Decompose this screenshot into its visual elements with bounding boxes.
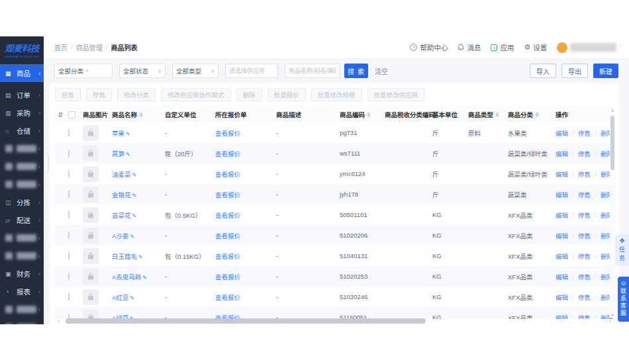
edit-action[interactable]: 编辑 — [556, 149, 568, 158]
column-header[interactable]: 商品描述 — [276, 110, 340, 119]
product-name-link[interactable]: A沙姜 — [112, 232, 128, 240]
contact-service-fab[interactable]: ⊙ 联系客服 — [618, 277, 629, 322]
import-button[interactable]: 导入 — [530, 64, 556, 78]
edit-pencil-icon[interactable]: ✎ — [126, 152, 130, 158]
vertical-scroll-thumb[interactable] — [610, 116, 614, 170]
view-quote-link[interactable]: 查看报价 — [215, 253, 240, 260]
apps-button[interactable]: + 应用 — [491, 42, 514, 52]
product-name-link[interactable]: 韭菜花 — [112, 212, 131, 219]
batch-action-button[interactable]: 修改分类 — [117, 88, 156, 101]
view-quote-link[interactable]: 查看报价 — [215, 150, 240, 158]
column-header[interactable]: 商品类型 — [468, 110, 508, 119]
scroll-down-icon[interactable]: ∨ — [610, 312, 615, 317]
sort-icon[interactable] — [139, 111, 143, 119]
horizontal-scroll-track[interactable] — [62, 318, 607, 324]
row-checkbox[interactable] — [68, 191, 70, 198]
type-select[interactable]: 全部类型 ∨ — [172, 64, 218, 78]
sort-icon[interactable] — [367, 111, 371, 119]
batch-action-button[interactable]: 修改供应商协作模式 — [161, 88, 231, 101]
task-fab[interactable]: ❖ 任务 — [615, 234, 629, 265]
sort-icon[interactable] — [535, 111, 539, 119]
search-button[interactable]: 搜 索 — [344, 64, 368, 78]
stop-sale-action[interactable]: 停售 — [578, 190, 591, 199]
product-name-link[interactable]: 莴笋 — [112, 150, 124, 158]
edit-pencil-icon[interactable]: ✎ — [132, 193, 137, 199]
edit-pencil-icon[interactable]: ✎ — [138, 254, 143, 260]
product-name-link[interactable]: A红豆 — [112, 294, 128, 301]
settings-button[interactable]: ⚙ 设置 — [524, 42, 547, 52]
sidebar-item[interactable]: ◔ 报表 › — [0, 283, 44, 300]
row-checkbox[interactable] — [68, 129, 70, 136]
sidebar-item[interactable]: ▤ 订单 › — [0, 86, 44, 104]
column-header[interactable]: 自定义单位 — [165, 110, 215, 119]
stop-sale-action[interactable]: 停售 — [578, 149, 591, 158]
row-checkbox[interactable] — [68, 293, 70, 300]
clear-button[interactable]: 清空 — [375, 66, 388, 76]
create-button[interactable]: 新建 — [593, 64, 618, 78]
column-header[interactable]: 商品图片 — [83, 110, 112, 119]
row-checkbox[interactable] — [68, 211, 70, 218]
view-quote-link[interactable]: 查看报价 — [215, 212, 240, 219]
status-select[interactable]: 全部状态 ∨ — [119, 64, 166, 78]
row-checkbox[interactable] — [68, 232, 70, 239]
sidebar-item[interactable]: › — [0, 300, 44, 318]
column-header[interactable]: 商品名称 — [112, 110, 165, 119]
edit-action[interactable]: 编辑 — [556, 128, 568, 138]
edit-action[interactable]: 编辑 — [556, 272, 568, 281]
edit-action[interactable]: 编辑 — [556, 293, 568, 302]
stop-sale-action[interactable]: 停售 — [578, 293, 591, 302]
sidebar-item[interactable]: › — [0, 175, 44, 193]
product-name-link[interactable]: 金银花 — [112, 191, 131, 199]
stop-sale-action[interactable]: 停售 — [578, 169, 591, 179]
scroll-right-icon[interactable]: › — [609, 318, 611, 324]
supplier-input[interactable] — [225, 64, 278, 78]
product-name-link[interactable]: 苹果 — [112, 130, 124, 137]
stop-sale-action[interactable]: 停售 — [578, 251, 591, 261]
search-input[interactable] — [285, 64, 340, 78]
row-checkbox[interactable] — [68, 170, 70, 177]
sidebar-item[interactable]: ▱ 配送 › — [0, 211, 44, 229]
row-checkbox[interactable] — [68, 150, 70, 157]
sidebar-item[interactable]: ⌂ 仓储 › — [0, 122, 44, 140]
expand-all-icon[interactable]: ⇵ — [55, 111, 68, 118]
column-header[interactable]: 商品分类 — [508, 110, 556, 119]
view-quote-link[interactable]: 查看报价 — [215, 130, 240, 137]
edit-pencil-icon[interactable]: ✎ — [126, 131, 130, 137]
column-header[interactable]: 基本单位 — [432, 110, 468, 119]
breadcrumb-home[interactable]: 首页 — [54, 42, 68, 52]
sidebar-item[interactable]: ▦ 商品 › — [0, 64, 44, 82]
select-all-checkbox[interactable] — [68, 111, 75, 118]
view-quote-link[interactable]: 查看报价 — [215, 171, 240, 178]
batch-action-button[interactable]: 停售 — [86, 88, 112, 101]
edit-action[interactable]: 编辑 — [556, 210, 568, 220]
edit-action[interactable]: 编辑 — [556, 231, 568, 240]
export-button[interactable]: 导出 — [561, 64, 588, 78]
edit-pencil-icon[interactable]: ✎ — [132, 213, 137, 219]
stop-sale-action[interactable]: 停售 — [578, 210, 591, 220]
stop-sale-action[interactable]: 停售 — [578, 231, 591, 240]
column-header[interactable]: 所在报价单 — [215, 110, 276, 119]
view-quote-link[interactable]: 查看报价 — [215, 273, 240, 281]
edit-action[interactable]: 编辑 — [556, 169, 568, 179]
edit-pencil-icon[interactable]: ✎ — [132, 172, 137, 178]
column-header[interactable]: 操作 — [556, 110, 614, 119]
edit-action[interactable]: 编辑 — [556, 190, 568, 199]
row-checkbox[interactable] — [68, 252, 70, 259]
view-quote-link[interactable]: 查看报价 — [215, 191, 240, 199]
user-menu[interactable]: ˇ — [557, 42, 621, 53]
view-quote-link[interactable]: 查看报价 — [215, 232, 240, 240]
view-quote-link[interactable]: 查看报价 — [215, 294, 240, 301]
batch-action-button[interactable]: 启售 — [55, 88, 81, 101]
scroll-left-icon[interactable]: ‹ — [58, 318, 60, 324]
sidebar-item[interactable]: › — [0, 318, 44, 324]
batch-action-button[interactable]: 批量修改规格 — [311, 88, 362, 101]
sidebar-collapse-handle[interactable] — [44, 154, 48, 173]
batch-action-button[interactable]: 删除 — [236, 88, 262, 101]
column-header[interactable]: 商品税收分类编码 — [385, 110, 432, 119]
sort-icon[interactable] — [495, 111, 499, 119]
edit-pencil-icon[interactable]: ✎ — [130, 295, 134, 301]
horizontal-scrollbar[interactable]: ‹ › — [55, 318, 614, 324]
product-name-link[interactable]: 油麦菜 — [112, 171, 131, 178]
vertical-scrollbar[interactable]: ∧ ∨ — [610, 107, 615, 318]
sidebar-item[interactable]: › — [0, 247, 44, 265]
